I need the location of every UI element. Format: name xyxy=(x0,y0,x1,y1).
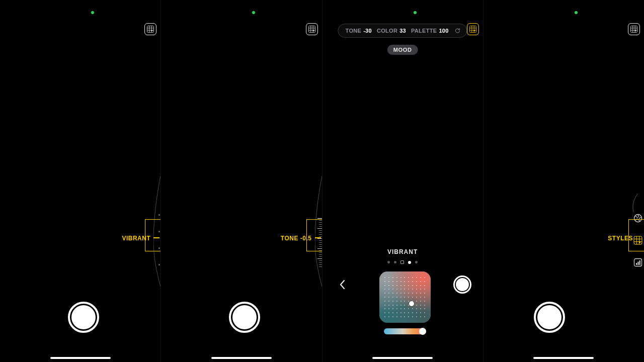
tone-scale[interactable] xyxy=(317,218,322,268)
current-style-name: VIBRANT xyxy=(387,248,418,255)
shutter-button[interactable] xyxy=(534,302,565,333)
photographic-styles-button[interactable] xyxy=(306,23,318,35)
photographic-styles-button[interactable] xyxy=(628,23,640,35)
back-chevron-icon[interactable] xyxy=(339,280,346,292)
exposure-curve xyxy=(632,194,638,214)
photographic-styles-button[interactable] xyxy=(467,23,479,35)
svg-rect-30 xyxy=(469,26,476,33)
shutter-button[interactable] xyxy=(68,302,99,333)
style-name-label: VIBRANT xyxy=(122,235,150,242)
palette-slider-knob[interactable] xyxy=(419,328,426,335)
svg-point-20 xyxy=(312,30,314,32)
svg-rect-50 xyxy=(636,263,637,265)
reset-style-icon[interactable] xyxy=(454,27,462,35)
style-values-pill[interactable]: TONE-30 COLOR33 PALETTE100 xyxy=(338,24,467,38)
tone-color-pad[interactable] xyxy=(379,272,431,323)
svg-point-35 xyxy=(473,30,475,32)
privacy-indicator-dot xyxy=(414,11,417,14)
tone-readout: TONE -0.5 xyxy=(281,235,312,242)
shutter-button[interactable] xyxy=(229,302,260,333)
style-page-dots[interactable] xyxy=(387,260,418,264)
svg-rect-51 xyxy=(637,262,638,265)
svg-point-41 xyxy=(635,30,636,32)
panel-tone-adjust: TONE -0.5 xyxy=(161,0,321,362)
home-indicator[interactable] xyxy=(372,357,433,359)
palette-value: PALETTE100 xyxy=(411,28,449,34)
screens-row: VIBRANT TONE -0.5 TONE-30 xyxy=(0,0,644,362)
svg-rect-36 xyxy=(631,26,637,33)
panel-styles-rail: STYLES xyxy=(484,0,644,362)
privacy-indicator-dot xyxy=(575,11,578,14)
color-value: COLOR33 xyxy=(377,28,406,34)
svg-rect-15 xyxy=(308,26,315,33)
pad-cursor[interactable] xyxy=(409,301,414,306)
home-indicator[interactable] xyxy=(533,357,594,359)
palette-slider[interactable] xyxy=(384,328,426,334)
pad-dot-grid xyxy=(383,276,427,319)
photographic-styles-button[interactable] xyxy=(144,23,156,35)
panel-styles-pad: TONE-30 COLOR33 PALETTE100 MOOD VIBRANT xyxy=(323,0,483,362)
shutter-button[interactable] xyxy=(453,276,471,294)
svg-rect-52 xyxy=(639,260,640,265)
tone-control-icon[interactable] xyxy=(632,256,644,268)
panel-styles-preview: VIBRANT xyxy=(0,0,160,362)
home-indicator[interactable] xyxy=(211,357,272,359)
svg-rect-0 xyxy=(147,26,154,33)
exposure-scale[interactable] xyxy=(157,214,160,265)
privacy-indicator-dot xyxy=(252,11,255,14)
styles-rail-label: STYLES xyxy=(608,235,633,242)
tone-value: TONE-30 xyxy=(346,28,372,34)
home-indicator[interactable] xyxy=(50,357,111,359)
mood-pill: MOOD xyxy=(387,45,418,55)
privacy-indicator-dot xyxy=(91,11,94,14)
svg-point-5 xyxy=(151,30,153,32)
standard-style-icon xyxy=(400,260,404,264)
